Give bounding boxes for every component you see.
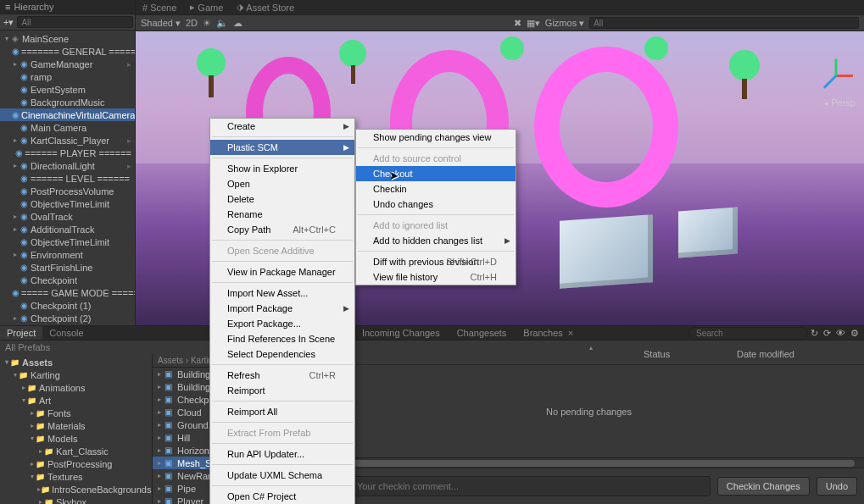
plastic-scm-submenu[interactable]: Show pending changes viewAdd to source c…: [355, 129, 516, 285]
hierarchy-item[interactable]: StartFinishLine: [0, 261, 135, 274]
project-folder-tree: ▾Assets ▾Karting▸Animations▾Art▸Fonts▸Ma…: [0, 354, 153, 504]
orientation-gizmo[interactable]: [817, 55, 856, 94]
scene-tab-scene[interactable]: #Scene: [136, 0, 183, 14]
menu-item[interactable]: Import Package▶: [210, 301, 354, 316]
checkin-comment-input[interactable]: [349, 476, 711, 496]
hierarchy-item[interactable]: ====== LEVEL ======: [0, 172, 135, 185]
hierarchy-item[interactable]: ramp: [0, 70, 135, 83]
menu-item[interactable]: Checkout: [356, 166, 516, 181]
menu-item[interactable]: Checkin: [356, 181, 516, 197]
menu-item[interactable]: View in Package Manager: [210, 264, 354, 280]
project-tab-project[interactable]: Project: [0, 326, 42, 340]
menu-item[interactable]: Find References In Scene: [210, 331, 354, 346]
hierarchy-scene-row[interactable]: ▾MainScene: [0, 32, 135, 45]
scm-search-input[interactable]: [688, 327, 807, 340]
hierarchy-item[interactable]: PostProcessVolume: [0, 185, 135, 197]
menu-item[interactable]: Export Package...: [210, 316, 354, 331]
scene-view-icon[interactable]: ▦▾: [527, 18, 540, 29]
eye-icon[interactable]: 👁: [836, 328, 845, 339]
checkin-button[interactable]: Checkin Changes: [717, 477, 810, 496]
menu-item[interactable]: Undo changes: [356, 197, 516, 212]
scene-search[interactable]: [589, 17, 859, 29]
menu-item[interactable]: Reimport: [210, 383, 354, 398]
hierarchy-item[interactable]: ======= GENERAL =======: [0, 45, 135, 58]
project-folder[interactable]: ▸Fonts: [0, 407, 152, 419]
close-icon[interactable]: ×: [568, 328, 573, 338]
menu-item[interactable]: Show pending changes view: [356, 130, 516, 145]
scene-camera-icon[interactable]: ✖: [514, 18, 521, 29]
hierarchy-item[interactable]: ▸Checkpoint (2): [0, 312, 135, 324]
hierarchy-search[interactable]: [17, 16, 133, 28]
sync-icon[interactable]: ⟳: [823, 328, 831, 339]
scene-lighting-toggle[interactable]: ☀: [203, 18, 211, 29]
scene-gizmos-dropdown[interactable]: Gizmos ▾: [545, 18, 584, 29]
menu-item[interactable]: View file historyCtrl+H: [356, 269, 516, 285]
hierarchy-item[interactable]: ▸AdditionalTrack: [0, 223, 135, 235]
hierarchy-item[interactable]: ▸Environment: [0, 248, 135, 261]
undo-button[interactable]: Undo: [817, 477, 857, 496]
scm-col-status[interactable]: Status: [644, 349, 737, 359]
project-folder[interactable]: ▾Textures: [0, 470, 152, 483]
menu-item[interactable]: Create▶: [210, 119, 354, 134]
menu-item[interactable]: Rename: [210, 207, 354, 222]
menu-item[interactable]: Show in Explorer: [210, 161, 354, 176]
project-tab-console[interactable]: Console: [42, 326, 90, 340]
menu-item[interactable]: Open C# Project: [210, 489, 354, 504]
hierarchy-item[interactable]: ===== GAME MODE =====: [0, 286, 135, 299]
hierarchy-tab[interactable]: ≡ Hierarchy: [0, 0, 135, 14]
project-folder[interactable]: ▸IntroSceneBackgrounds: [0, 483, 152, 496]
assets-root[interactable]: Assets: [22, 357, 53, 368]
hierarchy-item[interactable]: Checkpoint: [0, 274, 135, 286]
scm-col-item[interactable]: Item: [322, 349, 644, 359]
menu-item[interactable]: Open: [210, 176, 354, 191]
hierarchy-item[interactable]: ObjectiveTimeLimit: [0, 235, 135, 248]
all-prefabs-filter[interactable]: All Prefabs: [5, 342, 50, 352]
hierarchy-item[interactable]: Main Camera: [0, 121, 135, 134]
hierarchy-item[interactable]: CinemachineVirtualCamera: [0, 108, 135, 121]
hierarchy-item[interactable]: EventSystem: [0, 83, 135, 96]
project-folder[interactable]: ▸Animations: [0, 381, 152, 394]
scm-tab[interactable]: Incoming Changes: [354, 326, 449, 340]
refresh-icon[interactable]: ↻: [811, 328, 818, 339]
project-context-menu[interactable]: Create▶Plastic SCM▶Show in ExplorerOpenD…: [209, 118, 355, 504]
scene-tab-asset-store[interactable]: ⬗Asset Store: [230, 0, 301, 14]
hierarchy-item[interactable]: ObjectiveTimeLimit: [0, 197, 135, 210]
menu-item[interactable]: Run API Updater...: [210, 446, 354, 462]
hierarchy-add-button[interactable]: +▾: [3, 17, 14, 28]
project-folder[interactable]: ▸Kart_Classic: [0, 445, 152, 457]
menu-item[interactable]: Reimport All: [210, 404, 354, 419]
menu-item[interactable]: Delete: [210, 191, 354, 207]
scene-2d-toggle[interactable]: 2D: [186, 18, 198, 28]
scm-col-date[interactable]: Date modified: [737, 349, 856, 359]
scene-tab-game[interactable]: ▸Game: [183, 0, 230, 14]
menu-item[interactable]: RefreshCtrl+R: [210, 368, 354, 383]
scene-audio-toggle[interactable]: 🔈: [216, 18, 228, 29]
project-folder[interactable]: ▸PostProcessing: [0, 457, 152, 470]
project-folder[interactable]: ▸Skybox: [0, 496, 152, 504]
menu-item[interactable]: Plastic SCM▶: [210, 140, 354, 155]
hierarchy-item[interactable]: ▸KartClassic_Player▸: [0, 134, 135, 147]
hierarchy-item[interactable]: BackgroundMusic: [0, 96, 135, 108]
project-folder[interactable]: ▾Karting: [0, 368, 152, 381]
menu-item[interactable]: Import New Asset...: [210, 285, 354, 301]
hierarchy-item[interactable]: ▸DirectionalLight▸: [0, 159, 135, 172]
perspective-label[interactable]: ◂ Persp: [824, 97, 856, 108]
scm-tab[interactable]: Changesets: [449, 326, 516, 340]
menu-item[interactable]: Select Dependencies: [210, 346, 354, 362]
menu-item[interactable]: Add to hidden changes list▶: [356, 233, 516, 248]
menu-item[interactable]: Copy PathAlt+Ctrl+C: [210, 222, 354, 237]
scene-shading-dropdown[interactable]: Shaded ▾: [141, 18, 181, 29]
hierarchy-item[interactable]: Checkpoint (1): [0, 299, 135, 312]
scene-fx-toggle[interactable]: ☁: [233, 18, 242, 29]
project-folder[interactable]: ▸Materials: [0, 419, 152, 432]
scm-tab[interactable]: Branches×: [515, 326, 582, 340]
scm-scrollbar[interactable]: [314, 457, 864, 468]
project-folder[interactable]: ▾Models: [0, 432, 152, 445]
settings-icon[interactable]: ⚙: [850, 328, 859, 339]
hierarchy-item[interactable]: ▸GameManager▸: [0, 58, 135, 70]
menu-item[interactable]: Update UXML Schema: [210, 468, 354, 483]
menu-item[interactable]: Diff with previous revisionShift+Ctrl+D: [356, 254, 516, 269]
project-folder[interactable]: ▾Art: [0, 394, 152, 407]
hierarchy-item[interactable]: ▸OvalTrack: [0, 210, 135, 223]
hierarchy-item[interactable]: ====== PLAYER ======: [0, 147, 135, 159]
